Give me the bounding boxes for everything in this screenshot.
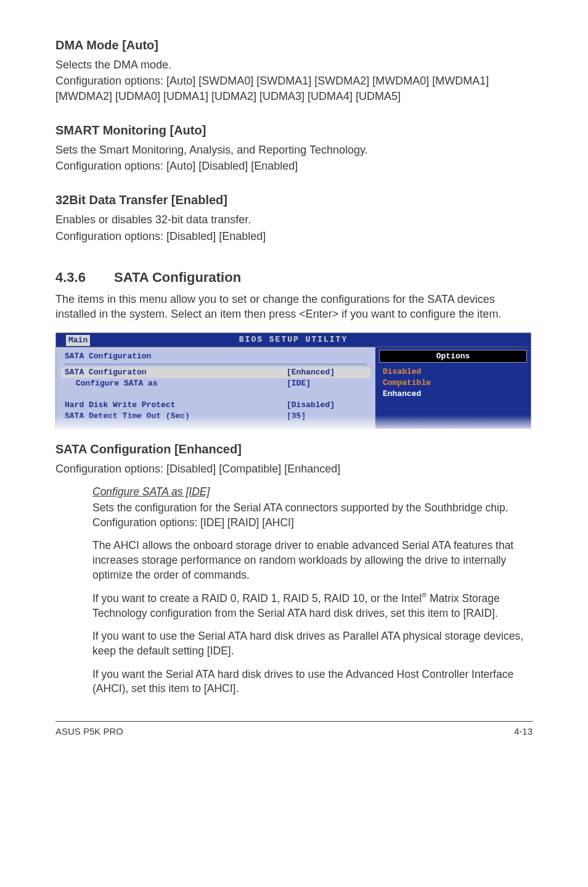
sub-block-3: If you want to create a RAID 0, RAID 1, …	[92, 591, 533, 621]
bios-row-value	[287, 389, 367, 400]
bios-row-value: [Enhanced]	[287, 367, 367, 378]
bios-row-label: Hard Disk Write Protect	[65, 400, 287, 411]
sata-section-heading: 4.3.6SATA Configuration	[55, 268, 533, 287]
bios-row	[65, 389, 367, 400]
bios-row: SATA Configuraton[Enhanced]	[61, 367, 370, 378]
bios-option: Disabled	[380, 366, 526, 377]
section-title: SATA Configuration	[114, 270, 241, 285]
registered-mark: ®	[422, 592, 427, 599]
sub-block-4: If you want to use the Serial ATA hard d…	[92, 629, 533, 658]
bios-option: Compatible	[380, 377, 526, 389]
smart-heading: SMART Monitoring [Auto]	[55, 122, 533, 139]
sub-block-1: Configure SATA as [IDE] Sets the configu…	[92, 485, 533, 530]
bios-subtitle: SATA Configuration	[65, 351, 367, 365]
footer-left: ASUS P5K PRO	[55, 725, 123, 738]
footer-rule	[55, 721, 533, 722]
page-content: DMA Mode [Auto] Selects the DMA mode. Co…	[0, 0, 588, 769]
bios-row: Configure SATA as[IDE]	[65, 378, 367, 389]
sub-block-2: The AHCI allows the onboard storage driv…	[92, 538, 533, 582]
footer-right: 4-13	[514, 725, 533, 738]
sub-p2: The AHCI allows the onboard storage driv…	[92, 539, 513, 580]
sub-p3a: If you want to create a RAID 0, RAID 1, …	[92, 592, 422, 604]
dma-mode-desc2: Configuration options: [Auto] [SWDMA0] […	[55, 73, 533, 104]
32bit-desc2: Configuration options: [Disabled] [Enabl…	[55, 229, 533, 244]
dma-mode-desc1: Selects the DMA mode.	[55, 57, 533, 72]
32bit-heading: 32Bit Data Transfer [Enabled]	[55, 192, 533, 208]
page-footer: ASUS P5K PRO 4-13	[55, 725, 533, 738]
smart-desc2: Configuration options: [Auto] [Disabled]…	[55, 159, 533, 173]
dma-mode-heading: DMA Mode [Auto]	[55, 37, 533, 54]
bios-screenshot: BIOS SETUP UTILITY Main SATA Configurati…	[55, 332, 531, 429]
bios-options: DisabledCompatibleEnhanced	[380, 366, 526, 399]
bios-row-label	[65, 389, 287, 400]
sub-p4: If you want to use the Serial ATA hard d…	[92, 630, 523, 657]
bios-fade	[55, 415, 531, 432]
bios-options-title: Options	[379, 350, 527, 363]
bios-option: Enhanced	[380, 389, 526, 400]
bios-title: BIOS SETUP UTILITY	[56, 333, 531, 347]
sub-block-5: If you want the Serial ATA hard disk dri…	[92, 667, 533, 696]
section-number: 4.3.6	[55, 268, 114, 287]
bios-row-label: SATA Configuraton	[65, 367, 287, 378]
bios-row-value: [Disabled]	[287, 400, 367, 411]
bios-tab: Main	[66, 335, 90, 346]
sub-p5: If you want the Serial ATA hard disk dri…	[92, 668, 513, 695]
bios-row: Hard Disk Write Protect[Disabled]	[65, 400, 367, 411]
sub-p1: Sets the configuration for the Serial AT…	[92, 501, 508, 529]
bios-row-label: Configure SATA as	[65, 378, 287, 389]
32bit-desc1: Enables or disables 32-bit data transfer…	[55, 212, 533, 227]
bios-rows: SATA Configuraton[Enhanced]Configure SAT…	[65, 367, 367, 421]
sata-config-desc: Configuration options: [Disabled] [Compa…	[55, 461, 533, 476]
sata-config-heading: SATA Configuration [Enhanced]	[55, 441, 533, 458]
sub-heading: Configure SATA as [IDE]	[92, 485, 533, 500]
bios-row-value: [IDE]	[287, 378, 367, 389]
sata-intro: The items in this menu allow you to set …	[55, 292, 533, 322]
smart-desc1: Sets the Smart Monitoring, Analysis, and…	[55, 142, 533, 157]
